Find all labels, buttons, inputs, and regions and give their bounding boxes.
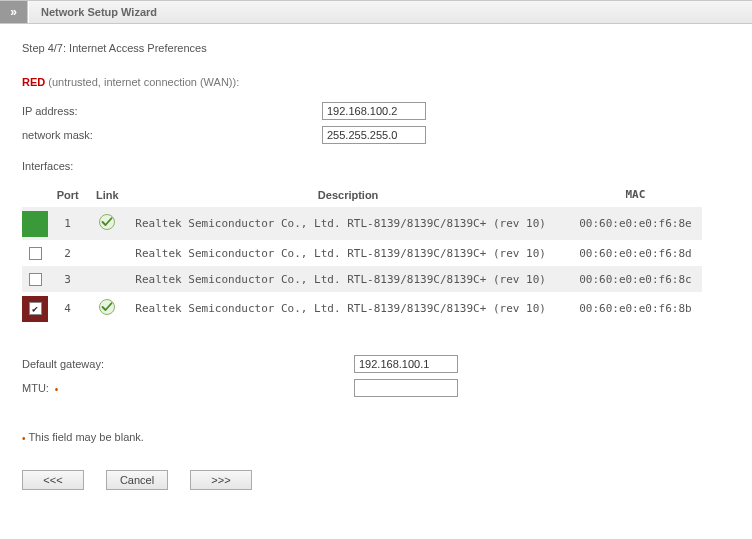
expand-button[interactable]: »	[0, 1, 28, 23]
link-cell	[87, 266, 127, 292]
mac-cell: 00:60:e0:e0:f6:8c	[569, 266, 702, 292]
col-port: Port	[48, 182, 87, 207]
mac-cell: 00:60:e0:e0:f6:8b	[569, 292, 702, 325]
port-cell: 2	[48, 240, 87, 266]
mtu-label: MTU:	[22, 382, 49, 394]
mac-cell: 00:60:e0:e0:f6:8d	[569, 240, 702, 266]
description-cell: Realtek Semiconductor Co., Ltd. RTL-8139…	[127, 207, 569, 240]
interface-select[interactable]	[22, 266, 48, 292]
back-button[interactable]: <<<	[22, 470, 84, 490]
interfaces-label: Interfaces:	[22, 160, 730, 172]
ip-address-input[interactable]	[322, 102, 426, 120]
cancel-button[interactable]: Cancel	[106, 470, 168, 490]
mac-cell: 00:60:e0:e0:f6:8e	[569, 207, 702, 240]
link-ok-icon	[97, 213, 117, 231]
interface-select[interactable]	[22, 211, 48, 237]
optional-marker-icon: •	[52, 383, 58, 394]
interface-checkbox[interactable]: ✔	[29, 302, 42, 315]
red-zone-label: RED	[22, 76, 45, 88]
default-gateway-input[interactable]	[354, 355, 458, 373]
footnote-text: This field may be blank.	[28, 431, 144, 443]
next-button[interactable]: >>>	[190, 470, 252, 490]
link-cell	[87, 240, 127, 266]
interface-select[interactable]: ✔	[22, 296, 48, 322]
description-cell: Realtek Semiconductor Co., Ltd. RTL-8139…	[127, 292, 569, 325]
wizard-title: Network Setup Wizard	[28, 1, 169, 23]
col-description: Description	[127, 182, 569, 207]
red-zone-desc-text: (untrusted, internet connection (WAN)):	[48, 76, 239, 88]
mtu-input[interactable]	[354, 379, 458, 397]
ip-address-label: IP address:	[22, 105, 322, 117]
table-row: 2Realtek Semiconductor Co., Ltd. RTL-813…	[22, 240, 702, 266]
footnote: • This field may be blank.	[22, 431, 730, 444]
interface-select[interactable]	[22, 240, 48, 266]
col-link: Link	[87, 182, 127, 207]
step-label: Step 4/7: Internet Access Preferences	[22, 42, 730, 54]
table-row: ✔4Realtek Semiconductor Co., Ltd. RTL-81…	[22, 292, 702, 325]
description-cell: Realtek Semiconductor Co., Ltd. RTL-8139…	[127, 240, 569, 266]
port-cell: 1	[48, 207, 87, 240]
port-cell: 4	[48, 292, 87, 325]
port-cell: 3	[48, 266, 87, 292]
interface-checkbox[interactable]	[29, 247, 42, 260]
link-cell	[87, 207, 127, 240]
link-cell	[87, 292, 127, 325]
default-gateway-label: Default gateway:	[22, 358, 354, 370]
footnote-marker-icon: •	[22, 433, 26, 444]
wizard-header: » Network Setup Wizard	[0, 0, 752, 24]
network-mask-label: network mask:	[22, 129, 322, 141]
link-ok-icon	[97, 298, 117, 316]
table-row: 3Realtek Semiconductor Co., Ltd. RTL-813…	[22, 266, 702, 292]
col-mac: MAC	[569, 182, 702, 207]
interface-checkbox[interactable]	[29, 273, 42, 286]
interfaces-table: Port Link Description MAC 1Realtek Semic…	[22, 182, 702, 325]
description-cell: Realtek Semiconductor Co., Ltd. RTL-8139…	[127, 266, 569, 292]
network-mask-input[interactable]	[322, 126, 426, 144]
table-row: 1Realtek Semiconductor Co., Ltd. RTL-813…	[22, 207, 702, 240]
